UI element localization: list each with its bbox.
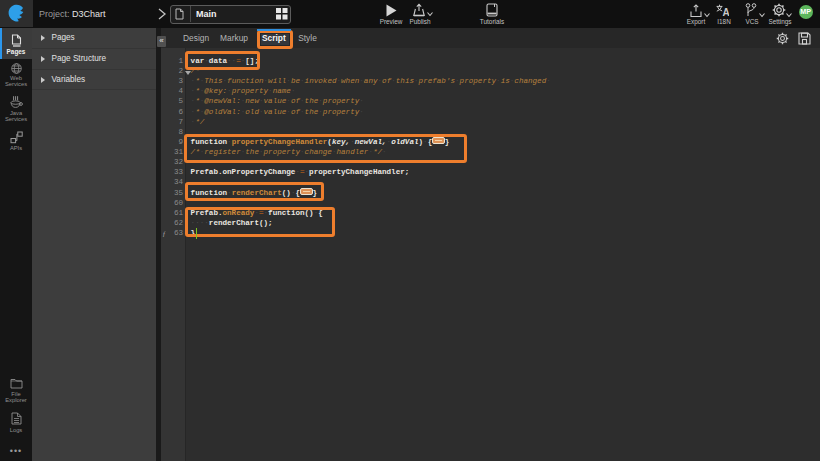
svg-text:A: A — [722, 7, 729, 17]
